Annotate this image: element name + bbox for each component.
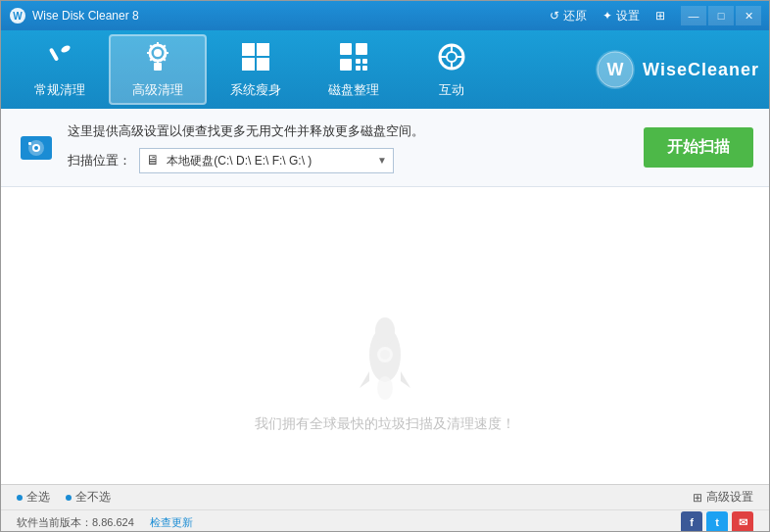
scan-location-label: 扫描位置：	[68, 152, 131, 169]
restore-icon: ↺	[550, 9, 559, 23]
brand-name: WiseCleaner	[643, 60, 759, 80]
scan-location-row: 扫描位置： 🖥 本地硬盘(C:\ D:\ E:\ F:\ G:\ ) ▼	[68, 148, 632, 173]
scan-button[interactable]: 开始扫描	[644, 127, 753, 168]
titlebar: W Wise Disk Cleaner 8 ↺ 还原 ✦ 设置 ⊞ — □ ✕	[1, 1, 769, 30]
dropdown-arrow-icon: ▼	[377, 155, 387, 166]
nav-label-regular-clean: 常规清理	[34, 81, 85, 99]
settings-icon: ✦	[602, 9, 612, 23]
toolbar: 常规清理 高级清理	[1, 30, 769, 109]
restore-action[interactable]: ↺ 还原	[550, 8, 587, 24]
rocket-icon	[336, 317, 434, 415]
info-bar: 这里提供高级设置以便查找更多无用文件并释放更多磁盘空间。 扫描位置： 🖥 本地硬…	[1, 109, 769, 187]
restore-label: 还原	[563, 8, 587, 24]
svg-point-40	[375, 317, 395, 345]
app-icon: W	[9, 7, 26, 24]
svg-line-13	[150, 58, 152, 60]
info-disk-icon	[17, 128, 56, 168]
svg-rect-2	[49, 47, 59, 61]
svg-rect-38	[28, 142, 31, 145]
svg-line-11	[164, 58, 166, 60]
svg-rect-22	[356, 59, 361, 64]
svg-marker-42	[401, 371, 410, 388]
svg-rect-17	[242, 58, 255, 71]
advanced-clean-icon	[142, 41, 173, 77]
system-slim-icon	[240, 41, 271, 77]
nav-item-regular-clean[interactable]: 常规清理	[11, 34, 109, 105]
svg-rect-16	[257, 43, 269, 56]
svg-point-3	[60, 43, 72, 53]
settings-label: 设置	[616, 8, 640, 24]
info-description: 这里提供高级设置以便查找更多无用文件并释放更多磁盘空间。	[68, 122, 632, 140]
svg-rect-25	[362, 66, 367, 71]
svg-line-12	[164, 45, 166, 47]
app-title: Wise Disk Cleaner 8	[32, 9, 550, 23]
info-text-area: 这里提供高级设置以便查找更多无用文件并释放更多磁盘空间。 扫描位置： 🖥 本地硬…	[68, 122, 632, 173]
svg-rect-15	[242, 43, 255, 56]
disk-manage-icon	[338, 41, 369, 77]
regular-clean-icon	[44, 41, 75, 77]
grid-action[interactable]: ⊞	[655, 9, 665, 23]
svg-point-27	[447, 52, 457, 62]
brand-logo: W	[596, 50, 635, 89]
nav-label-interact: 互动	[439, 81, 464, 99]
svg-rect-19	[340, 43, 352, 55]
maximize-button[interactable]: □	[708, 6, 734, 25]
svg-text:W: W	[607, 60, 624, 79]
nav-items: 常规清理 高级清理	[11, 34, 596, 105]
nav-item-system-slim[interactable]: 系统瘦身	[207, 34, 305, 105]
svg-point-37	[34, 146, 38, 150]
nav-item-disk-manage[interactable]: 磁盘整理	[305, 34, 403, 105]
minimize-button[interactable]: —	[681, 6, 706, 25]
svg-rect-14	[154, 63, 162, 71]
svg-point-5	[154, 49, 162, 57]
grid-icon: ⊞	[655, 9, 665, 23]
svg-line-10	[150, 45, 152, 47]
interact-icon	[436, 41, 467, 77]
titlebar-actions: ↺ 还原 ✦ 设置 ⊞	[550, 8, 665, 24]
content-area: 这里提供高级设置以便查找更多无用文件并释放更多磁盘空间。 扫描位置： 🖥 本地硬…	[1, 109, 769, 484]
scan-location-dropdown[interactable]: 🖥 本地硬盘(C:\ D:\ E:\ F:\ G:\ ) ▼	[139, 148, 394, 173]
nav-item-interact[interactable]: 互动	[403, 34, 501, 105]
empty-state: 我们拥有全球最快的垃圾扫描及清理速度！	[1, 187, 769, 532]
nav-label-system-slim: 系统瘦身	[230, 81, 281, 99]
svg-point-45	[377, 376, 393, 400]
svg-rect-20	[356, 43, 367, 55]
scan-location-value: 本地硬盘(C:\ D:\ E:\ F:\ G:\ )	[167, 154, 312, 168]
svg-point-44	[380, 350, 390, 360]
window-controls: — □ ✕	[681, 6, 761, 25]
svg-marker-41	[360, 371, 369, 388]
svg-text:W: W	[13, 11, 23, 22]
settings-action[interactable]: ✦ 设置	[602, 8, 640, 24]
brand-area: W WiseCleaner	[596, 50, 759, 89]
nav-label-advanced-clean: 高级清理	[132, 81, 183, 99]
svg-rect-23	[362, 59, 367, 64]
empty-state-text: 我们拥有全球最快的垃圾扫描及清理速度！	[255, 415, 515, 433]
svg-rect-18	[257, 58, 269, 71]
disk-small-icon: 🖥	[146, 152, 160, 168]
nav-item-advanced-clean[interactable]: 高级清理	[109, 34, 207, 105]
nav-label-disk-manage: 磁盘整理	[328, 81, 379, 99]
close-button[interactable]: ✕	[736, 6, 761, 25]
svg-rect-21	[340, 59, 352, 71]
svg-rect-24	[356, 66, 361, 71]
